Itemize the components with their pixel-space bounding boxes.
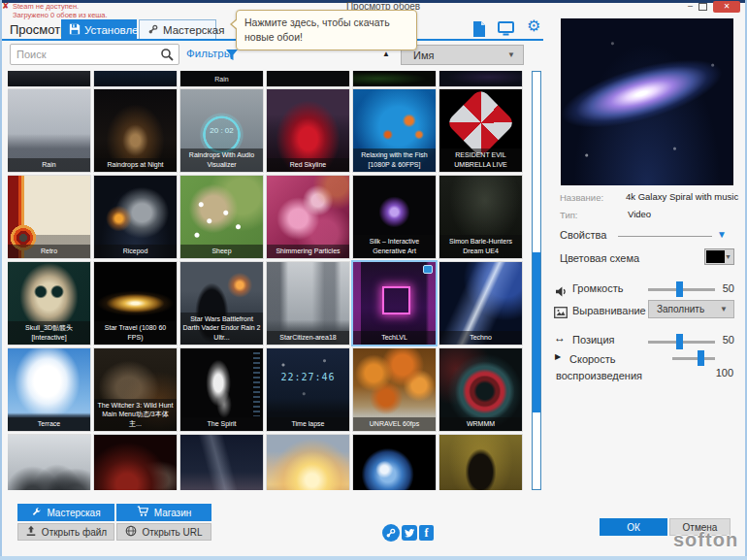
window-left-border	[0, 0, 2, 560]
wallpaper-tile[interactable]: Silk – Interactive Generative Art	[353, 176, 436, 258]
grid-scrollbar-thumb[interactable]	[533, 252, 540, 412]
steam-social-icon[interactable]	[382, 524, 400, 542]
download-tooltip: Нажмите здесь, чтобы скачать новые обои!	[236, 10, 417, 50]
tile-title: Shimmering Particles	[267, 245, 349, 258]
wallpaper-grid: RainRainRaindrops at Night20 : 02Raindro…	[8, 71, 524, 490]
alignment-dropdown[interactable]: Заполнить ▼	[648, 300, 734, 318]
sort-dropdown[interactable]: Имя ▼	[401, 45, 524, 65]
twitter-icon[interactable]	[402, 525, 417, 541]
tile-title: Rain	[180, 71, 263, 86]
wallpaper-tile[interactable]: UNRAVEL 60fps	[353, 348, 436, 431]
wallpaper-tile[interactable]: Star Wars Battlefront Darth Vader Endor …	[180, 262, 263, 345]
wallpaper-tile[interactable]	[439, 435, 522, 490]
wallpaper-tile[interactable]: Terrace	[8, 348, 90, 431]
tile-title: Sheep	[180, 245, 263, 258]
softon-watermark: softon	[673, 529, 738, 551]
type-label: Тип:	[560, 210, 577, 220]
wallpaper-tile[interactable]: Ricepod	[94, 176, 177, 258]
galaxy-art	[561, 18, 733, 185]
tile-title: Raindrops at Night	[94, 158, 177, 172]
wallpaper-tile[interactable]: The Spirit	[180, 348, 263, 431]
speed-slider-track[interactable]	[672, 357, 715, 360]
maximize-button[interactable]	[698, 3, 707, 11]
tab-installed[interactable]: Установлено	[61, 19, 137, 40]
open-url-button-label: Открыть URL	[142, 527, 202, 538]
steam-error-icon: ✘	[2, 1, 10, 11]
workshop-button[interactable]: Мастерская	[17, 504, 114, 521]
tile-title: Terrace	[8, 417, 90, 431]
facebook-f: f	[425, 526, 429, 541]
wallpaper-tile[interactable]	[353, 71, 436, 86]
display-icon[interactable]	[498, 21, 513, 37]
speed-slider-thumb[interactable]	[698, 350, 704, 366]
ok-button[interactable]: ОК	[600, 518, 667, 536]
tab-workshop[interactable]: Мастерская	[139, 19, 216, 40]
tile-title: Skull_3D骷髅头 [Interactive]	[8, 321, 90, 345]
upload-icon	[25, 525, 37, 539]
filters-link[interactable]: Фильтры	[186, 48, 232, 59]
wallpaper-tile[interactable]	[8, 71, 90, 86]
new-file-icon[interactable]	[472, 21, 488, 37]
wallpaper-tile[interactable]: RESIDENT EVIL UMBRELLA LIVE	[439, 89, 522, 172]
tile-title: Rain	[8, 158, 90, 172]
search-icon[interactable]	[160, 48, 174, 61]
wallpaper-tile[interactable]: Red Skyline	[267, 89, 349, 172]
wallpaper-tile[interactable]	[94, 435, 177, 490]
tile-overlay-text: 20 : 02	[180, 126, 263, 135]
tab-workshop-label: Мастерская	[163, 24, 224, 36]
wallpaper-tile[interactable]: Raindrops at Night	[94, 89, 177, 172]
wallpaper-tile[interactable]: 22:27:46Time lapse	[267, 348, 349, 431]
position-label: Позиция	[572, 334, 615, 346]
wallpaper-tile[interactable]: Rain	[180, 71, 263, 86]
cache-status-text: Загружено 0 обоев из кеша.	[13, 11, 108, 19]
wallpaper-tile[interactable]	[267, 435, 349, 490]
wallpaper-tile[interactable]	[8, 435, 90, 490]
wallpaper-tile[interactable]	[353, 435, 436, 490]
wallpaper-tile[interactable]	[439, 71, 522, 86]
tile-title: The Spirit	[180, 417, 263, 431]
speed-value: 100	[708, 367, 733, 379]
wallpaper-tile[interactable]: 20 : 02Raindrops With Audio Visualizer	[180, 89, 263, 172]
wallpaper-tile[interactable]: Relaxing with the Fish [1080P & 60FPS]	[353, 89, 436, 172]
color-scheme-dropdown[interactable]: ▼	[704, 248, 734, 265]
shop-button[interactable]: Магазин	[116, 504, 211, 521]
open-file-button[interactable]: Открыть файл	[17, 523, 114, 541]
wallpaper-tile[interactable]: StarCitizen-area18	[267, 262, 349, 345]
volume-slider-thumb[interactable]	[676, 281, 683, 297]
wallpaper-tile[interactable]: Retro	[8, 176, 90, 258]
wallpaper-tile[interactable]: The Witcher 3: Wild Hunt Main Menu动态/3本体…	[94, 348, 177, 431]
tile-title: Raindrops With Audio Visualizer	[180, 148, 263, 172]
wallpaper-tile[interactable]: Star Travel (1080 60 FPS)	[94, 262, 177, 345]
wallpaper-preview	[561, 18, 733, 185]
close-button[interactable]: ✕	[713, 1, 740, 13]
tile-title: Red Skyline	[267, 158, 349, 172]
facebook-icon[interactable]: f	[419, 525, 434, 541]
position-slider-thumb[interactable]	[676, 334, 683, 349]
tile-title: Retro	[8, 245, 90, 258]
collapse-properties-icon[interactable]: ▼	[717, 229, 727, 240]
wallpaper-tile[interactable]	[267, 71, 349, 86]
cart-icon	[137, 506, 149, 519]
wallpaper-tile[interactable]	[180, 435, 263, 490]
wallpaper-tile[interactable]: Simon Barle-Hunters Dream UE4	[439, 176, 522, 258]
chevron-down-icon: ▼	[725, 253, 731, 260]
steam-status-text: Steam не доступен.	[13, 2, 79, 11]
wallpaper-tile[interactable]	[94, 71, 177, 86]
wallpaper-tile[interactable]: TechLVL	[353, 262, 436, 345]
tile-title: Ricepod	[94, 245, 177, 258]
wallpaper-tile[interactable]: Shimmering Particles	[267, 176, 349, 258]
search-input[interactable]	[10, 44, 179, 65]
wallpaper-tile[interactable]: Sheep	[180, 176, 263, 258]
volume-value: 50	[715, 282, 734, 294]
save-icon	[69, 23, 81, 37]
volume-label: Громкость	[572, 282, 623, 294]
sort-direction-button[interactable]: ▲	[382, 49, 390, 58]
wallpaper-tile[interactable]: Rain	[8, 89, 90, 172]
wallpaper-tile[interactable]: WRMMM	[439, 348, 522, 431]
minimize-button[interactable]: –	[684, 2, 697, 13]
wallpaper-tile[interactable]: Skull_3D骷髅头 [Interactive]	[8, 262, 90, 345]
open-url-button[interactable]: Открыть URL	[116, 523, 211, 541]
settings-gear-icon[interactable]: ⚙	[527, 18, 540, 34]
wallpaper-tile[interactable]: Techno	[439, 262, 522, 345]
tile-title: Star Travel (1080 60 FPS)	[94, 321, 177, 345]
